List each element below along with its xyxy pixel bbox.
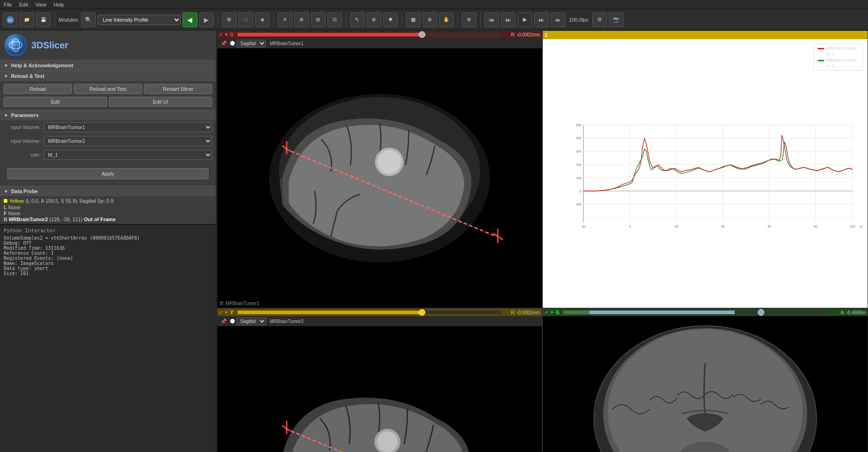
crosshair-icon[interactable]: ⊕ <box>462 12 476 27</box>
green-expand-icon[interactable]: ⤢ <box>545 310 548 315</box>
reload-section-header[interactable]: ▼ Reload & Test <box>0 71 216 81</box>
red-viewer-toolbar: 📌 SagittalAxialCoronal MRBrainTumor1 <box>217 38 542 48</box>
ruler-dropdown[interactable]: M_1 <box>43 150 212 160</box>
edit-ui-button[interactable]: Edit UI <box>109 97 212 107</box>
apply-button[interactable]: Apply <box>7 168 208 179</box>
red-mri-area[interactable]: B: MRBrainTumor1 <box>217 48 542 308</box>
modules-label: Modules: <box>59 17 79 23</box>
python-interactor: Python Interactor VolumeSamples2 = vtkSh… <box>0 224 216 452</box>
reload-button[interactable]: Reload <box>4 84 72 94</box>
green-close-icon[interactable]: ✕ <box>550 310 554 315</box>
red-slice-thumb[interactable] <box>419 31 425 38</box>
svg-text:200: 200 <box>576 163 582 166</box>
svg-text:500: 500 <box>576 123 582 127</box>
python-line-0: VolumeSamples2 = vtkShortArray (00000165… <box>4 235 212 241</box>
yellow-mri-area[interactable]: B: MRBrainTumor2 <box>217 326 542 452</box>
probe-b-row: B MRBrainTumor2 (128, -39, 111) Out of F… <box>4 217 212 222</box>
red-orientation-select[interactable]: SagittalAxialCoronal <box>237 40 266 47</box>
yellow-orientation-select[interactable]: SagittalAxialCoronal <box>237 317 266 325</box>
svg-text:300: 300 <box>576 150 582 153</box>
nav-forward-button[interactable]: ▶ <box>199 12 214 27</box>
green-slice-label: G <box>556 310 561 315</box>
input-volume2-row: nput Volume: MRBrainTumor2 <box>0 134 216 148</box>
play-prev-icon[interactable]: ⏭ <box>501 12 516 27</box>
tool-3-icon[interactable]: ⊞ <box>311 12 326 27</box>
left-panel: 3DSlicer ▼ Help & Acknowledgement ▼ Relo… <box>0 30 217 452</box>
yellow-pin-btn[interactable]: 📌 <box>219 318 228 325</box>
green-mri-area[interactable]: B: MRBrainTumor2 <box>543 316 868 452</box>
python-line-7: Size: 101 <box>4 271 212 276</box>
save-icon[interactable]: 💾 <box>36 12 51 27</box>
viewer-grid: ⤢ ✕ R R: -0.0002mm 📌 SagittalAxialCorona… <box>217 30 868 452</box>
separator-6 <box>458 13 458 27</box>
red-close-icon[interactable]: ✕ <box>225 32 228 37</box>
tool-1-icon[interactable]: ✕ <box>278 12 292 27</box>
pan-icon[interactable]: ✋ <box>439 12 454 27</box>
cursor-icon[interactable]: ↖ <box>350 12 365 27</box>
red-bg-toggle[interactable] <box>230 41 235 46</box>
svg-text:60: 60 <box>767 225 771 228</box>
menu-file[interactable]: File <box>4 2 12 7</box>
settings-icon[interactable]: ⚙ <box>592 12 607 27</box>
yellow-bg-toggle[interactable] <box>230 319 235 323</box>
svg-text:100: 100 <box>576 176 582 180</box>
play-start-icon[interactable]: ⏮ <box>484 12 499 27</box>
green-viewer-panel: ⤢ ✕ G A: -0.4690m <box>542 308 868 452</box>
yellow-slice-track[interactable] <box>238 311 501 314</box>
green-slice-thumb[interactable] <box>758 309 764 316</box>
tool-2-icon[interactable]: ⊕ <box>294 12 309 27</box>
input-volume1-label: nput Volume: <box>4 124 41 130</box>
red-viewer-panel: ⤢ ✕ R R: -0.0002mm 📌 SagittalAxialCorona… <box>217 30 542 308</box>
red-slice-track[interactable] <box>238 33 501 36</box>
play-next-icon[interactable]: ⏭ <box>534 12 549 27</box>
input-volume1-dropdown[interactable]: MRBrainTumor1 <box>43 122 212 132</box>
transform-icon[interactable]: ⊕ <box>367 12 381 27</box>
green-slice-track[interactable] <box>563 311 827 314</box>
probe-b-volume: MRBrainTumor2 <box>9 217 48 222</box>
line-graph: MRBrainTumor1 - M_1 MRBrainTumor2 - M_1 <box>543 39 868 308</box>
chart-panel: 1 MRBrainTumor1 - M_1 MRBrainTumor2 - <box>542 30 868 308</box>
screenshot-icon[interactable]: 📷 <box>609 12 624 27</box>
window-level-icon[interactable]: ▩ <box>406 12 421 27</box>
chart-number-bar: 1 <box>543 31 868 39</box>
markups-icon[interactable]: ✱ <box>383 12 398 27</box>
legend-color-2 <box>818 60 824 61</box>
menu-view[interactable]: View <box>36 2 47 7</box>
svg-text:20: 20 <box>675 225 678 228</box>
menu-bar: File Edit View Help <box>0 0 868 9</box>
apply-btn-container: Apply <box>0 162 216 186</box>
reload-and-test-button[interactable]: Reload and Test <box>74 84 142 94</box>
restart-slicer-button[interactable]: Restart Slicer <box>144 84 212 94</box>
parameters-section-header[interactable]: ▼ Parameters <box>0 110 216 120</box>
yellow-close-icon[interactable]: ✕ <box>225 310 228 315</box>
menu-help[interactable]: Help <box>54 2 64 7</box>
edit-button[interactable]: Edit <box>4 97 107 107</box>
play-end-icon[interactable]: ⏭ <box>551 12 565 27</box>
chart-svg: 500 400 300 200 100 0 -100 -20 0 20 40 6… <box>566 44 863 303</box>
yellow-viewer-toolbar: 📌 SagittalAxialCoronal MRBrainTumor2 <box>217 316 542 326</box>
red-slice-fill <box>238 33 422 36</box>
layout-icon[interactable]: ⊞ <box>222 12 237 27</box>
module-selector[interactable]: Line Intensity Profile <box>98 15 181 25</box>
search-module-icon[interactable]: 🔍 <box>81 12 96 27</box>
zoom-icon[interactable]: ⊕ <box>422 12 437 27</box>
home-icon[interactable]: 3D <box>3 12 18 27</box>
3d-view-icon[interactable]: ⬡ <box>238 12 253 27</box>
red-pin-btn[interactable]: 📌 <box>219 40 228 47</box>
ruler-label: uler: <box>4 152 41 158</box>
data-probe-header[interactable]: ▼ Data Probe <box>0 186 216 196</box>
slice-icon[interactable]: ◈ <box>255 12 270 27</box>
menu-edit[interactable]: Edit <box>19 2 28 7</box>
data-icon[interactable]: 📁 <box>19 12 34 27</box>
separator-4 <box>346 13 346 27</box>
green-slice-bar: ⤢ ✕ G A: -0.4690m <box>543 309 868 316</box>
yellow-expand-icon[interactable]: ⤢ <box>219 310 223 315</box>
input-volume2-dropdown[interactable]: MRBrainTumor2 <box>43 136 212 146</box>
play-icon[interactable]: ▶ <box>517 12 532 27</box>
red-expand-icon[interactable]: ⤢ <box>219 32 223 37</box>
yellow-slice-thumb[interactable] <box>419 309 425 316</box>
nav-back-button[interactable]: ◀ <box>183 12 197 27</box>
help-section-header[interactable]: ▼ Help & Acknowledgement <box>0 60 216 70</box>
tool-4-icon[interactable]: ⊡ <box>327 12 342 27</box>
yellow-volume-label: MRBrainTumor2 <box>270 319 303 324</box>
